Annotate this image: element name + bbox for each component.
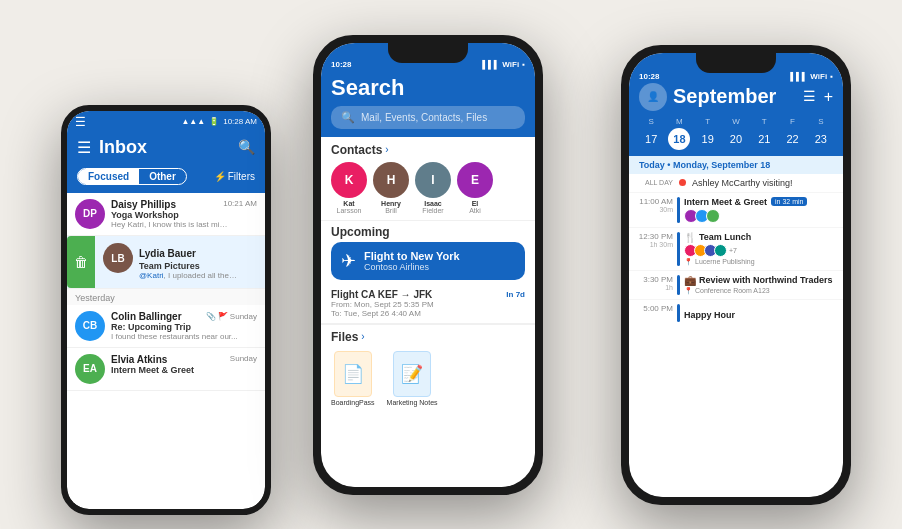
file-item[interactable]: 📄 BoardingPass	[331, 351, 375, 406]
event-time: 3:30 PM	[637, 275, 673, 284]
add-event-icon[interactable]: +	[824, 88, 833, 106]
avatar: DP	[75, 199, 105, 229]
search-icon[interactable]: 🔍	[238, 139, 255, 155]
email-preview: @Katri, I uploaded all the pic...	[139, 271, 239, 280]
flight-name: Flight CA KEF → JFK	[331, 289, 432, 300]
lightning-icon: ⚡	[214, 171, 226, 182]
file-item[interactable]: 📝 Marketing Notes	[387, 351, 438, 406]
phones-container: ☰ ▲▲▲ 🔋 10:28 AM ☰ Inbox 🔍 Focused Other	[21, 15, 881, 515]
contact-item[interactable]: K Kat Larsson	[331, 162, 367, 214]
briefcase-icon: 💼	[684, 275, 696, 286]
list-view-icon[interactable]: ☰	[803, 88, 816, 106]
email-time: Sunday	[230, 354, 257, 365]
cal-day[interactable]: 21	[753, 128, 775, 150]
email-time: Sunday	[230, 312, 257, 321]
contact-item[interactable]: I Isaac Fielder	[415, 162, 451, 214]
other-tab[interactable]: Other	[139, 169, 186, 184]
event-time: 5:00 PM	[637, 304, 673, 313]
flight-to: To: Tue, Sept 26 4:40 AM	[331, 309, 525, 318]
flight-card[interactable]: ✈ Flight to New York Contoso Airlines	[331, 242, 525, 280]
allday-event[interactable]: ALL DAY Ashley McCarthy visiting!	[629, 174, 843, 193]
files-chevron: ›	[361, 331, 364, 342]
email-sender: Daisy Phillips	[111, 199, 176, 210]
team-lunch-icon: 🍴	[684, 232, 696, 243]
email-item[interactable]: DP Daisy Phillips 10:21 AM Yoga Workshop…	[67, 193, 265, 236]
file-name: Marketing Notes	[387, 399, 438, 406]
location-icon: 📍	[684, 258, 693, 266]
flight-list-item[interactable]: Flight CA KEF → JFK In 7d From: Mon, Sep…	[321, 284, 535, 324]
wifi-icon: WiFi	[810, 72, 827, 81]
file-icon-boarding: 📄	[334, 351, 372, 397]
signal-bars-icon: ▌▌▌	[482, 60, 499, 69]
event-location: Lucerne Publishing	[695, 258, 755, 265]
event-avatar	[714, 244, 727, 257]
email-sender: Colin Ballinger	[111, 311, 182, 322]
search-bar[interactable]: 🔍 Mail, Events, Contacts, Files	[331, 106, 525, 129]
email-sender: Lydia Bauer	[139, 248, 196, 259]
event-avatar	[706, 209, 720, 223]
mid-status-time: 10:28	[331, 60, 351, 69]
cal-day[interactable]: 23	[810, 128, 832, 150]
flight-card-title: Flight to New York	[364, 250, 460, 262]
contact-avatar: I	[415, 162, 451, 198]
in-32-badge: in 32 min	[771, 197, 807, 206]
search-title: Search	[331, 75, 525, 101]
email-subject: Re: Upcoming Trip	[111, 322, 257, 332]
events-list: ALL DAY Ashley McCarthy visiting! 11:00 …	[629, 174, 843, 326]
section-label: Yesterday	[67, 289, 265, 305]
event-title: Intern Meet & Greet	[684, 197, 767, 207]
event-item[interactable]: 3:30 PM 1h 💼 Review with Northwind Trade…	[629, 271, 843, 300]
cal-day[interactable]: 22	[782, 128, 804, 150]
event-item[interactable]: 11:00 AM 30m Intern Meet & Greet in 32 m…	[629, 193, 843, 228]
day-label: W	[722, 117, 750, 126]
menu-icon[interactable]: ☰	[77, 138, 91, 157]
event-location: Conference Room A123	[695, 287, 770, 294]
day-label: M	[665, 117, 693, 126]
cal-day[interactable]: 20	[725, 128, 747, 150]
email-item[interactable]: EA Elvia Atkins Sunday Intern Meet & Gre…	[67, 348, 265, 391]
day-label: F	[778, 117, 806, 126]
cal-day[interactable]: 17	[640, 128, 662, 150]
avatar: CB	[75, 311, 105, 341]
search-mag-icon: 🔍	[341, 111, 355, 124]
email-list: DP Daisy Phillips 10:21 AM Yoga Workshop…	[67, 193, 265, 391]
email-item-selected[interactable]: 🗑 LB Lydia Bauer Team Pictures @Katri, I…	[67, 236, 265, 289]
battery-icon: ▪	[522, 60, 525, 69]
wifi-icon: WiFi	[502, 60, 519, 69]
filters-button[interactable]: ⚡ Filters	[214, 171, 255, 182]
cal-day-today[interactable]: 18	[668, 128, 690, 150]
day-label: S	[637, 117, 665, 126]
event-title: Team Lunch	[699, 232, 751, 242]
attachment-icon: 📎	[206, 312, 216, 321]
day-label: T	[694, 117, 722, 126]
focused-tab[interactable]: Focused	[78, 169, 139, 184]
day-label: S	[807, 117, 835, 126]
inbox-title: Inbox	[99, 137, 230, 158]
email-item[interactable]: CB Colin Ballinger 📎 🚩 Sunday Re: Upcomi…	[67, 305, 265, 348]
flight-card-sub: Contoso Airlines	[364, 262, 460, 272]
search-placeholder: Mail, Events, Contacts, Files	[361, 112, 487, 123]
contact-avatar: K	[331, 162, 367, 198]
day-label: T	[750, 117, 778, 126]
event-duration: 1h	[637, 284, 673, 291]
event-time: 11:00 AM	[637, 197, 673, 206]
extra-attendees: +7	[729, 247, 737, 254]
contacts-chevron: ›	[385, 144, 388, 155]
event-title: Happy Hour	[684, 310, 735, 320]
battery-icon: 🔋	[209, 117, 219, 126]
cal-day[interactable]: 19	[697, 128, 719, 150]
file-name: BoardingPass	[331, 399, 375, 406]
event-item[interactable]: 12:30 PM 1h 30m 🍴 Team Lunch	[629, 228, 843, 271]
contact-item[interactable]: H Henry Brill	[373, 162, 409, 214]
event-item[interactable]: 5:00 PM Happy Hour	[629, 300, 843, 326]
email-preview: I found these restaurants near our...	[111, 332, 257, 341]
today-label: Today • Monday, September 18	[629, 156, 843, 174]
email-subject: Team Pictures	[139, 261, 257, 271]
upcoming-label: Upcoming	[331, 225, 390, 239]
event-title: Review with Northwind Traders	[699, 275, 833, 285]
flight-from: From: Mon, Sept 25 5:35 PM	[331, 300, 525, 309]
event-duration: 1h 30m	[637, 241, 673, 248]
contact-item[interactable]: E El Atki	[457, 162, 493, 214]
hamburger-icon: ☰	[75, 115, 86, 129]
location-icon: 📍	[684, 287, 693, 295]
